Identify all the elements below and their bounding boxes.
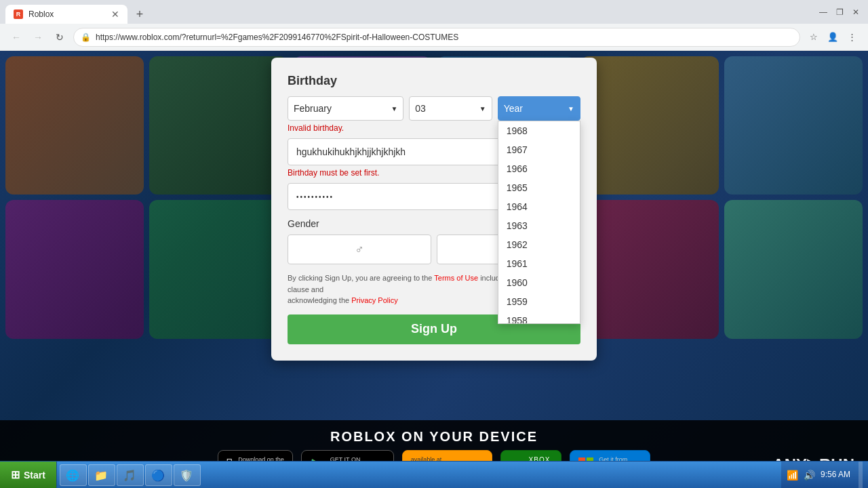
year-dropdown-button[interactable]: Year ▼ — [498, 96, 580, 121]
taskbar-items: 🌐 📁 🎵 🔵 🛡️ — [57, 462, 781, 488]
taskbar-media-button[interactable]: 🎵 — [117, 464, 144, 486]
bookmark-button[interactable]: ☆ — [806, 29, 822, 45]
year-option[interactable]: 1963 — [498, 216, 580, 235]
taskbar-security-button[interactable]: 🛡️ — [174, 464, 201, 486]
year-chevron-icon: ▼ — [568, 105, 574, 113]
lock-icon: 🔒 — [81, 33, 91, 42]
window-controls: — ❐ ✕ — [816, 5, 863, 19]
profile-button[interactable]: 👤 — [825, 29, 841, 45]
chrome-icon: 🔵 — [151, 469, 165, 482]
volume-tray-icon: 🔊 — [804, 470, 815, 481]
terms-link[interactable]: Terms of Use — [434, 274, 478, 282]
start-button[interactable]: ⊞ Start — [0, 462, 57, 489]
year-option[interactable]: 1962 — [498, 235, 580, 254]
start-label: Start — [24, 470, 45, 481]
system-tray: 📶 🔊 9:56 AM — [781, 462, 868, 488]
bg-tile — [149, 200, 288, 338]
refresh-button[interactable]: ↻ — [52, 29, 68, 45]
bg-tile — [149, 56, 288, 195]
back-button[interactable]: ← — [8, 29, 24, 45]
year-option[interactable]: 1968 — [498, 121, 580, 140]
year-option[interactable]: 1967 — [498, 140, 580, 159]
male-icon: ♂ — [355, 243, 364, 257]
bg-tile — [724, 56, 863, 195]
browser-tab[interactable]: R Roblox ✕ — [5, 5, 127, 24]
ie-icon: 🌐 — [66, 469, 79, 482]
tab-close-button[interactable]: ✕ — [111, 9, 119, 20]
tab-title: Roblox — [28, 9, 54, 19]
bottom-title: ROBLOX ON YOUR DEVICE — [330, 429, 538, 445]
bg-tile — [580, 200, 719, 338]
menu-button[interactable]: ⋮ — [844, 29, 860, 45]
year-option[interactable]: 1964 — [498, 197, 580, 216]
password-dots: •••••••••• — [296, 193, 334, 201]
year-dropdown-list: 1968196719661965196419631962196119601959… — [498, 121, 580, 324]
address-bar: ← → ↻ 🔒 https://www.roblox.com/?returnur… — [0, 24, 868, 51]
birthday-row: February ▼ 03 ▼ Year ▼ — [288, 96, 580, 121]
bg-tile — [724, 200, 863, 338]
year-option[interactable]: 1966 — [498, 159, 580, 178]
forward-button[interactable]: → — [30, 29, 46, 45]
explorer-icon: 📁 — [94, 469, 108, 482]
year-selector: Year ▼ 196819671966196519641963196219611… — [498, 96, 580, 121]
maximize-button[interactable]: ❐ — [833, 5, 846, 19]
windows-icon: ⊞ — [11, 468, 20, 481]
system-clock: 9:56 AM — [821, 469, 850, 481]
address-actions: ☆ 👤 ⋮ — [806, 29, 860, 45]
tab-favicon: R — [14, 9, 23, 19]
new-tab-button[interactable]: + — [130, 5, 149, 24]
year-option[interactable]: 1960 — [498, 273, 580, 292]
month-dropdown-button[interactable]: February ▼ — [288, 96, 403, 121]
day-dropdown-button[interactable]: 03 ▼ — [409, 96, 492, 121]
network-tray-icon: 📶 — [787, 470, 798, 481]
taskbar-chrome-button[interactable]: 🔵 — [145, 464, 172, 486]
taskbar-ie-button[interactable]: 🌐 — [60, 464, 87, 486]
security-icon: 🛡️ — [180, 469, 193, 482]
bg-tile — [5, 56, 144, 195]
birthday-label: Birthday — [288, 74, 580, 88]
minimize-button[interactable]: — — [816, 5, 830, 19]
day-selector: 03 ▼ — [409, 96, 492, 121]
signup-modal: Birthday February ▼ 03 ▼ — [271, 58, 597, 361]
tab-area: R Roblox ✕ + — [5, 0, 149, 24]
browser-titlebar: R Roblox ✕ + — ❐ ✕ — [0, 0, 868, 24]
year-option[interactable]: 1959 — [498, 292, 580, 311]
month-selector: February ▼ — [288, 96, 403, 121]
year-option[interactable]: 1961 — [498, 254, 580, 273]
year-option[interactable]: 1958 — [498, 311, 580, 324]
close-button[interactable]: ✕ — [849, 5, 863, 19]
year-option[interactable]: 1965 — [498, 178, 580, 197]
taskbar: ⊞ Start 🌐 📁 🎵 🔵 🛡️ 📶 🔊 9:56 AM — [0, 461, 868, 488]
privacy-link[interactable]: Privacy Policy — [351, 296, 397, 304]
bg-tile — [580, 56, 719, 195]
taskbar-explorer-button[interactable]: 📁 — [88, 464, 115, 486]
main-content: Birthday February ▼ 03 ▼ — [0, 51, 868, 488]
day-chevron-icon: ▼ — [479, 105, 486, 113]
show-desktop-button[interactable] — [859, 462, 863, 488]
url-display[interactable]: https://www.roblox.com/?returnurl=%2Fgam… — [96, 33, 458, 42]
bg-tile — [5, 200, 144, 338]
media-icon: 🎵 — [123, 469, 136, 482]
gender-male-button[interactable]: ♂ — [288, 235, 431, 264]
month-chevron-icon: ▼ — [391, 105, 397, 113]
